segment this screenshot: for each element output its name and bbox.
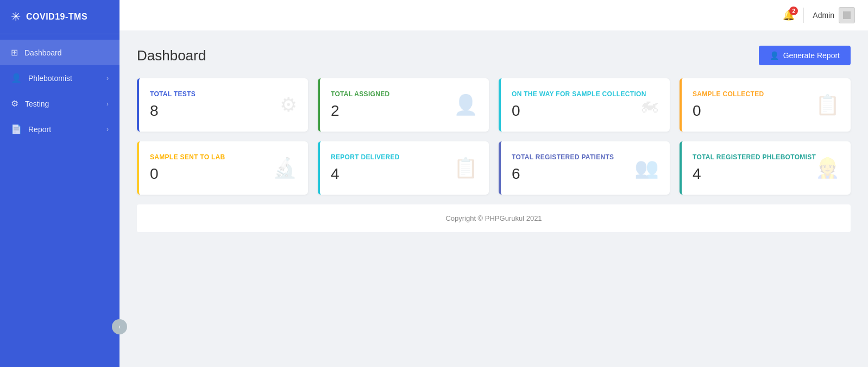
- notification-bell[interactable]: 🔔 2: [783, 9, 795, 21]
- sidebar-item-label: Report: [28, 125, 51, 134]
- stat-card-report-delivered: REPORT DELIVERED 4 📋: [318, 141, 489, 195]
- top-header: 🔔 2 Admin: [119, 0, 868, 30]
- card-icon-sample-collected: 📋: [815, 94, 840, 116]
- footer-text: Copyright © PHPGurukul 2021: [445, 214, 542, 222]
- sidebar-item-label: Phlebotomist: [28, 74, 72, 83]
- page-title: Dashboard: [137, 47, 206, 64]
- sidebar-item-testing[interactable]: ⚙ Testing ›: [0, 91, 119, 116]
- card-label-on-the-way: ON THE WAY FOR SAMPLE COLLECTION: [512, 90, 659, 98]
- chevron-right-icon: ›: [106, 100, 109, 108]
- card-icon-total-assigned: 👤: [454, 94, 478, 116]
- sidebar-logo: ✳ COVID19-TMS: [0, 0, 119, 34]
- stats-row-2: SAMPLE SENT TO LAB 0 🔬 REPORT DELIVERED …: [137, 141, 851, 195]
- chevron-right-icon: ›: [106, 74, 109, 82]
- card-icon-total-tests: ⚙: [280, 94, 297, 116]
- dashboard-icon: ⊞: [11, 47, 18, 58]
- sidebar: ✳ COVID19-TMS ⊞ Dashboard 👤 Phlebotomist…: [0, 0, 119, 367]
- card-value-on-the-way: 0: [512, 102, 659, 120]
- main-content: Dashboard 👤 Generate Report TOTAL TESTS …: [119, 30, 868, 367]
- phlebotomist-icon: 👤: [11, 73, 22, 83]
- stat-card-total-registered-phlebotomist: TOTAL REGISTERED PHLEBOTOMIST 4 👷: [680, 141, 851, 195]
- chevron-right-icon: ›: [106, 126, 109, 133]
- admin-menu[interactable]: Admin: [813, 7, 855, 23]
- stat-card-sample-sent-to-lab: SAMPLE SENT TO LAB 0 🔬: [137, 141, 308, 195]
- card-label-total-tests: TOTAL TESTS: [150, 90, 297, 98]
- sidebar-item-dashboard[interactable]: ⊞ Dashboard: [0, 40, 119, 65]
- card-icon-sample-sent-to-lab: 🔬: [273, 157, 297, 179]
- sidebar-item-label: Dashboard: [24, 48, 62, 57]
- card-icon-total-registered-phlebotomist: 👷: [815, 157, 840, 179]
- card-value-total-tests: 8: [150, 102, 297, 120]
- admin-label: Admin: [813, 11, 834, 20]
- app-logo-icon: ✳: [11, 10, 21, 24]
- main-area: 🔔 2 Admin Dashboard 👤 Generate Report: [119, 0, 868, 367]
- stat-card-total-tests: TOTAL TESTS 8 ⚙: [137, 78, 308, 132]
- stat-card-on-the-way: ON THE WAY FOR SAMPLE COLLECTION 0 🏍: [499, 78, 670, 132]
- sidebar-nav: ⊞ Dashboard 👤 Phlebotomist › ⚙ Testing ›…: [0, 34, 119, 367]
- generate-report-button[interactable]: 👤 Generate Report: [759, 46, 851, 65]
- testing-icon: ⚙: [11, 98, 18, 109]
- admin-avatar: [839, 7, 855, 23]
- generate-report-label: Generate Report: [783, 51, 840, 60]
- sidebar-item-label: Testing: [25, 99, 49, 108]
- app-name: COVID19-TMS: [26, 12, 87, 22]
- generate-report-icon: 👤: [770, 51, 779, 60]
- notification-badge: 2: [789, 7, 798, 15]
- stat-card-total-registered-patients: TOTAL REGISTERED PATIENTS 6 👥: [499, 141, 670, 195]
- card-icon-total-registered-patients: 👥: [634, 157, 659, 179]
- stat-card-sample-collected: SAMPLE COLLECTED 0 📋: [680, 78, 851, 132]
- collapse-icon: ‹: [118, 323, 121, 331]
- stat-card-total-assigned: TOTAL ASSIGNED 2 👤: [318, 78, 489, 132]
- page-footer: Copyright © PHPGurukul 2021: [137, 204, 851, 232]
- stats-row-1: TOTAL TESTS 8 ⚙ TOTAL ASSIGNED 2 👤 ON TH…: [137, 78, 851, 132]
- sidebar-collapse-button[interactable]: ‹: [112, 319, 127, 334]
- header-divider: [803, 8, 804, 23]
- svg-rect-1: [843, 11, 851, 19]
- sidebar-item-report[interactable]: 📄 Report ›: [0, 116, 119, 142]
- sidebar-item-phlebotomist[interactable]: 👤 Phlebotomist ›: [0, 65, 119, 91]
- card-icon-report-delivered: 📋: [454, 157, 478, 179]
- report-icon: 📄: [11, 124, 22, 134]
- card-icon-on-the-way: 🏍: [639, 94, 659, 116]
- content-header: Dashboard 👤 Generate Report: [137, 46, 851, 65]
